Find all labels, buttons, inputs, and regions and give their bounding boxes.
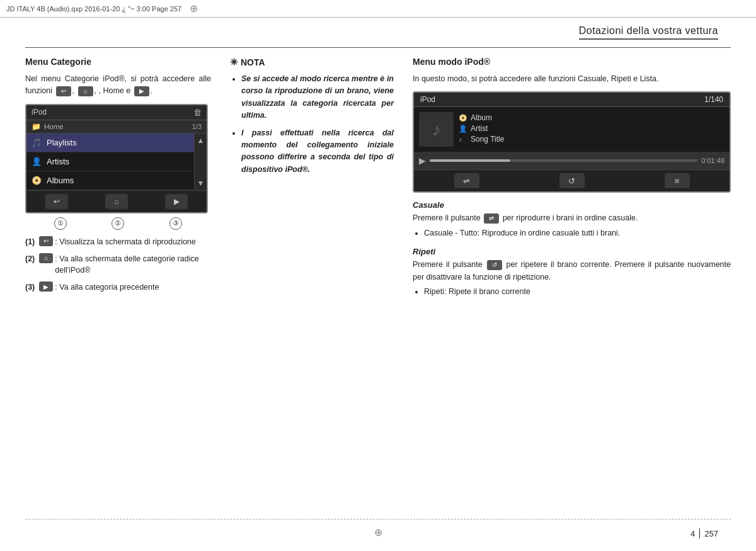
ipod-home-btn[interactable]: ⌂: [105, 194, 128, 209]
ipod-mode-screen: iPod 1/140 ♪ 📀 Album 👤 Artist ♪: [413, 91, 731, 193]
num-circle-3: ③: [169, 217, 182, 230]
mode-title: iPod: [420, 95, 435, 104]
album-icon: 📀: [459, 114, 467, 122]
legend-icon-1: ↩: [39, 236, 53, 246]
ipod-bottom-bar: ↩ ⌂ ▶: [26, 190, 207, 212]
ipod-prev-btn[interactable]: ▶: [165, 194, 188, 209]
ipod-menu-item-albums[interactable]: 📀 Albums: [26, 171, 194, 190]
footer-crosshair-icon: ⊕: [374, 526, 382, 538]
right-col-heading: Menu modo iPod®: [413, 57, 731, 67]
track-info: 📀 Album 👤 Artist ♪ Song Title: [459, 113, 724, 145]
casuale-list: Casuale - Tutto: Riproduce in ordine cas…: [413, 227, 731, 239]
ipod-titlebar-left: iPod 🗑: [26, 105, 207, 120]
home-icon-inline: ⌂: [78, 86, 93, 96]
legend-text-1: : Visualizza la schermata di riproduzion…: [55, 236, 196, 248]
footer-divider: [699, 528, 700, 538]
song-icon: ♪: [459, 135, 467, 143]
num-row: ① ② ③: [25, 217, 211, 230]
footer-rule: [25, 519, 731, 520]
casuale-icon: ⇌: [484, 213, 499, 224]
nota-item-2: I passi effettuati nella ricerca dal mom…: [241, 127, 394, 176]
ipod-back-btn[interactable]: ↩: [45, 194, 68, 209]
left-column: Menu Categorie Nel menu Categorie iPod®,…: [25, 57, 220, 513]
track-song: Song Title: [471, 135, 504, 144]
artists-label: Artists: [47, 157, 189, 166]
list-btn[interactable]: ≡: [665, 173, 690, 188]
mode-content: ♪ 📀 Album 👤 Artist ♪ Song Title: [414, 107, 730, 152]
nota-star-icon: ✳: [230, 57, 238, 68]
scroll-down-btn[interactable]: ▼: [197, 179, 205, 188]
mode-titlebar: iPod 1/140: [414, 93, 730, 107]
mid-column: ✳ NOTA Se si accede al modo ricerca ment…: [220, 57, 403, 513]
track-album-row: 📀 Album: [459, 113, 724, 122]
track-artist: Artist: [471, 124, 488, 133]
legend-num-3: (3): [25, 281, 35, 293]
artists-icon: 👤: [32, 157, 42, 166]
legend-text-3: : Va alla categoria precedente: [55, 281, 159, 293]
left-col-heading: Menu Categorie: [25, 57, 211, 67]
ripeti-title: Ripeti: [413, 247, 731, 256]
header-crosshair-icon: [188, 3, 199, 14]
mode-bottom-bar: ⇌ ↺ ≡: [414, 169, 730, 191]
ipod-nav-label: Home: [44, 123, 64, 130]
nota-list: Se si accede al modo ricerca mentre è in…: [230, 73, 394, 176]
right-col-intro: In questo modo, si potrà accedere alle f…: [413, 73, 731, 85]
ipod-scrollbar: ▲ ▼: [194, 133, 207, 190]
right-column: Menu modo iPod® In questo modo, si potrà…: [403, 57, 731, 513]
folder-icon: 📁: [32, 122, 41, 131]
albums-label: Albums: [47, 176, 189, 185]
legend-icon-2: ⌂: [39, 253, 53, 263]
legend-area: (1) ↩ : Visualizza la schermata di ripro…: [25, 236, 211, 293]
num-circle-2: ②: [112, 217, 124, 230]
track-song-row: ♪ Song Title: [459, 135, 724, 144]
prev-icon-inline: ▶: [134, 86, 149, 96]
casuale-text: Premere il pulsante ⇌ per riprodurre i b…: [413, 212, 731, 224]
ripeti-text: Premere il pulsante ↺ per ripetere il br…: [413, 259, 731, 283]
casuale-item-1: Casuale - Tutto: Riproduce in ordine cas…: [424, 227, 731, 239]
ipod-menu-item-artists[interactable]: 👤 Artists: [26, 152, 194, 171]
legend-item-2: (2) ⌂ : Va alla schermata delle categori…: [25, 253, 211, 277]
main-columns: Menu Categorie Nel menu Categorie iPod®,…: [25, 57, 731, 513]
playlists-label: Playlists: [47, 138, 189, 147]
nota-item-1: Se si accede al modo ricerca mentre è in…: [241, 73, 394, 122]
left-col-intro: Nel menu Categorie iPod®, si potrà acced…: [25, 73, 211, 98]
header-text: JD ITALY 4B (Audio).qxp 2016-01-20 ¿ "~ …: [6, 5, 181, 13]
track-artist-row: 👤 Artist: [459, 124, 724, 133]
nota-title: NOTA: [241, 57, 265, 67]
albums-icon: 📀: [32, 176, 42, 185]
ipod-nav-row: 📁 Home 1/3: [26, 120, 207, 133]
legend-icon-3: ▶: [39, 281, 53, 292]
ipod-screen-left: iPod 🗑 📁 Home 1/3 🎵 Playlists: [25, 104, 208, 213]
repeat-btn[interactable]: ↺: [559, 173, 585, 188]
time-label: 0:01:48: [701, 157, 724, 164]
ripeti-list: Ripeti: Ripete il brano corrente: [413, 286, 731, 298]
progress-fill: [430, 159, 510, 162]
legend-num-2: (2): [25, 253, 35, 265]
footer-page: 4 257: [690, 528, 718, 538]
ipod-nav-page: 1/3: [192, 123, 202, 130]
play-icon[interactable]: ▶: [419, 156, 426, 166]
title-divider: [25, 47, 731, 48]
legend-num-1: (1): [25, 236, 35, 248]
page-title: Dotazioni della vostra vettura: [579, 25, 718, 40]
ripeti-item-1: Ripeti: Ripete il brano corrente: [424, 286, 731, 298]
ipod-menu-with-scroll: 🎵 Playlists 👤 Artists 📀 Albums ▲ ▼: [26, 133, 207, 190]
progress-track: [430, 159, 697, 162]
num-circle-1: ①: [54, 217, 67, 230]
mode-page-num: 1/140: [704, 95, 723, 104]
ipod-menu-item-playlists[interactable]: 🎵 Playlists: [26, 133, 194, 152]
trash-icon: 🗑: [193, 108, 202, 117]
mode-progressbar: ▶ 0:01:48: [414, 152, 730, 169]
legend-text-2: : Va alla schermata delle categorie radi…: [55, 253, 211, 277]
scroll-up-btn[interactable]: ▲: [197, 136, 205, 145]
playlists-icon: 🎵: [32, 138, 42, 147]
footer-page-num: 257: [704, 529, 718, 538]
legend-item-3: (3) ▶ : Va alla categoria precedente: [25, 281, 211, 293]
ipod-title-left: iPod: [32, 108, 47, 116]
casuale-title: Casuale: [413, 200, 731, 210]
nota-heading: ✳ NOTA: [230, 57, 394, 68]
shuffle-btn[interactable]: ⇌: [454, 173, 479, 188]
ripeti-icon: ↺: [487, 260, 502, 270]
track-album: Album: [471, 113, 492, 122]
music-art-box: ♪: [419, 112, 454, 147]
